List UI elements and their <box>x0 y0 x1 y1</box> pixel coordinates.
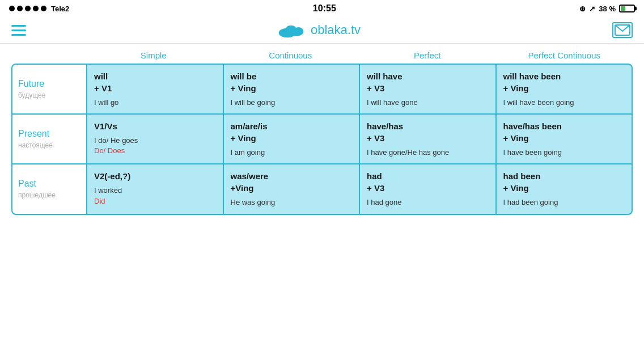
lock-icon: ⊕ <box>579 5 586 13</box>
cell-example: I do/ He goes <box>94 136 216 146</box>
tense-table: Future будущее will+ V1I will gowill be+… <box>11 64 633 215</box>
logo-text: oblaka.tv <box>311 23 361 37</box>
cell-example: I am going <box>231 147 353 158</box>
cell-example: I had gone <box>367 197 489 208</box>
row-label-main: Present <box>18 129 80 139</box>
cell-aux: Did <box>94 196 216 206</box>
cell-future-continuous: will be+ VingI will be going <box>224 65 359 113</box>
row-label-main: Future <box>18 79 80 89</box>
cell-example: I have gone/He has gone <box>367 147 489 158</box>
battery-percent: 38 % <box>599 5 616 13</box>
status-bar: Tele2 10:55 ⊕ ↗ 38 % <box>0 0 644 17</box>
mail-button[interactable] <box>612 22 633 38</box>
cell-present-perfect: have/has+ V3I have gone/He has gone <box>360 115 495 163</box>
cell-future-simple: will+ V1I will go <box>87 65 223 113</box>
cell-future-perfect: will have+ V3I will have gone <box>360 65 495 113</box>
col-header-empty <box>11 50 85 60</box>
cell-formula: had been+ Ving <box>503 170 625 194</box>
carrier-label: Tele2 <box>51 5 69 13</box>
column-headers: Simple Continuous Perfect Perfect Contin… <box>11 50 633 60</box>
cell-past-perfect: had+ V3I had gone <box>360 164 495 213</box>
cell-example: I will be going <box>231 98 353 108</box>
cell-example: I worked <box>94 185 216 196</box>
cell-formula: have/has been+ Ving <box>503 120 625 144</box>
row-label-main: Past <box>18 179 80 189</box>
cell-formula: will have been+ Ving <box>503 70 625 94</box>
cell-example: I will have gone <box>367 98 489 108</box>
cell-past-continuous: was/were+VingHe was going <box>224 164 359 213</box>
status-right: ⊕ ↗ 38 % <box>579 5 635 13</box>
cell-example: I had been going <box>503 197 625 208</box>
cell-present-continuous: am/are/is+ VingI am going <box>224 115 359 163</box>
cell-formula: V2(-ed,?) <box>94 170 216 182</box>
cell-past-perfectContinuous: had been+ VingI had been going <box>497 164 632 213</box>
cell-formula: had+ V3 <box>367 170 489 194</box>
cell-example: He was going <box>231 197 353 208</box>
cell-formula: was/were+Ving <box>231 170 353 194</box>
col-header-perfect-continuous: Perfect Continuous <box>496 50 633 60</box>
row-label-past: Past прошедшее <box>12 164 86 213</box>
logo: oblaka.tv <box>278 22 361 39</box>
cell-past-simple: V2(-ed,?)I workedDid <box>87 164 223 213</box>
header: oblaka.tv <box>0 17 644 44</box>
cell-example: I will go <box>94 98 216 108</box>
cell-present-simple: V1/VsI do/ He goesDo/ Does <box>87 115 223 163</box>
cell-formula: will+ V1 <box>94 70 216 94</box>
menu-button[interactable] <box>11 25 26 36</box>
cell-formula: am/are/is+ Ving <box>231 120 353 144</box>
cell-aux: Do/ Does <box>94 146 216 156</box>
status-left: Tele2 <box>9 5 69 13</box>
row-label-sub: настоящее <box>18 141 80 149</box>
cell-formula: will be+ Ving <box>231 70 353 94</box>
row-label-future: Future будущее <box>12 65 86 113</box>
col-header-perfect: Perfect <box>359 50 496 60</box>
location-icon: ↗ <box>589 5 595 13</box>
row-label-sub: прошедшее <box>18 191 80 199</box>
row-label-sub: будущее <box>18 91 80 99</box>
time-label: 10:55 <box>313 3 336 14</box>
signal-dots <box>9 6 46 11</box>
col-header-simple: Simple <box>85 50 222 60</box>
cell-formula: will have+ V3 <box>367 70 489 94</box>
cell-present-perfectContinuous: have/has been+ VingI have been going <box>497 115 632 163</box>
col-header-continuous: Continuous <box>222 50 359 60</box>
svg-point-3 <box>294 27 303 35</box>
cell-example: I have been going <box>503 147 625 158</box>
cell-formula: have/has+ V3 <box>367 120 489 144</box>
battery-icon <box>619 5 635 12</box>
logo-cloud-icon <box>278 22 306 39</box>
content: Simple Continuous Perfect Perfect Contin… <box>0 44 644 222</box>
cell-future-perfectContinuous: will have been+ VingI will have been goi… <box>497 65 632 113</box>
row-label-present: Present настоящее <box>12 115 86 163</box>
cell-example: I will have been going <box>503 98 625 108</box>
cell-formula: V1/Vs <box>94 120 216 132</box>
